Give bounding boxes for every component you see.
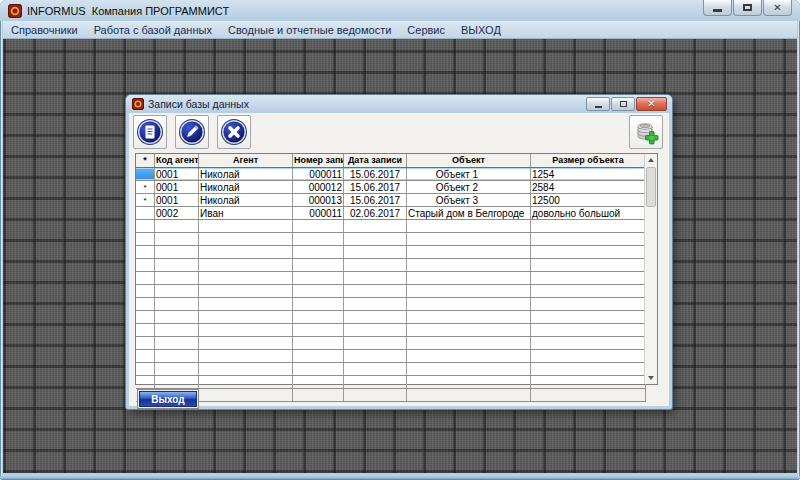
grid-empty-row xyxy=(136,285,646,298)
column-header-5[interactable]: Объект xyxy=(407,154,531,168)
records-grid[interactable]: *Код агентаАгентНомер записиДата записиО… xyxy=(135,153,658,385)
minimize-icon xyxy=(713,9,722,12)
records-window-titlebar[interactable]: Записи базы данных ✕ xyxy=(126,95,672,113)
desktop: INFORMUS Компания ПРОГРАММИСТ ✕ Справочн… xyxy=(0,0,800,480)
maximize-icon xyxy=(743,4,752,11)
grid-empty-row xyxy=(136,350,646,363)
records-window-controls: ✕ xyxy=(585,97,667,111)
grid-empty-row xyxy=(136,246,646,259)
main-titlebar[interactable]: INFORMUS Компания ПРОГРАММИСТ ✕ xyxy=(0,0,800,21)
grid-empty-row xyxy=(136,376,646,389)
exit-button[interactable]: Выход xyxy=(137,389,199,409)
close-icon: ✕ xyxy=(773,3,781,13)
column-header-3[interactable]: Номер записи xyxy=(293,154,344,168)
grid-row[interactable]: *0001Николай00001315.06.2017 Объект 3125… xyxy=(136,194,646,207)
grid-empty-row xyxy=(136,220,646,233)
grid-row[interactable]: 0001Николай00001115.06.2017 Объект 11254 xyxy=(136,168,646,181)
records-window-title: Записи базы данных xyxy=(148,98,249,110)
close-button[interactable]: ✕ xyxy=(763,0,792,16)
grid-empty-row xyxy=(136,233,646,246)
records-close-button[interactable]: ✕ xyxy=(636,97,667,111)
new-record-button[interactable] xyxy=(133,115,167,149)
delete-record-button[interactable] xyxy=(217,115,251,149)
menu-item-servis[interactable]: Сервис xyxy=(399,22,453,38)
records-window-client: *Код агентаАгентНомер записиДата записиО… xyxy=(129,113,669,406)
exit-button-label: Выход xyxy=(139,391,197,407)
scroll-up-button[interactable] xyxy=(645,154,657,166)
menu-bar: Справочники Работа с базой данных Сводны… xyxy=(3,21,797,39)
grid-row[interactable]: *0001Николай00001215.06.2017 Объект 2258… xyxy=(136,181,646,194)
window-title: INFORMUS Компания ПРОГРАММИСТ xyxy=(27,5,229,17)
records-window-icon xyxy=(132,98,144,110)
grid-empty-row xyxy=(136,272,646,285)
app-logo-icon xyxy=(8,4,22,18)
maximize-icon xyxy=(620,101,627,107)
maximize-button[interactable] xyxy=(733,0,762,16)
records-maximize-button[interactable] xyxy=(611,97,635,111)
grid-body: 0001Николай00001115.06.2017 Объект 11254… xyxy=(136,168,646,402)
grid-empty-row xyxy=(136,337,646,350)
records-minimize-button[interactable] xyxy=(586,97,610,111)
document-icon xyxy=(136,118,164,146)
grid-empty-row xyxy=(136,259,646,272)
column-header-2[interactable]: Агент xyxy=(199,154,293,168)
menu-item-rabota-s-bazoy[interactable]: Работа с базой данных xyxy=(86,22,220,38)
grid-empty-row xyxy=(136,363,646,376)
column-header-6[interactable]: Размер объекта xyxy=(531,154,646,168)
column-header-0[interactable]: * xyxy=(136,154,155,168)
grid-header-row: *Код агентаАгентНомер записиДата записиО… xyxy=(136,154,646,168)
minimize-button[interactable] xyxy=(703,0,732,16)
grid-empty-row xyxy=(136,389,646,402)
scroll-down-button[interactable] xyxy=(645,372,657,384)
grid-row[interactable]: 0002Иван00001102.06.2017Старый дом в Бел… xyxy=(136,207,646,220)
menu-item-spravochniki[interactable]: Справочники xyxy=(3,22,86,38)
database-add-button[interactable] xyxy=(629,115,663,149)
grid-empty-row xyxy=(136,311,646,324)
minimize-icon xyxy=(595,106,602,108)
menu-item-vyhod[interactable]: ВЫХОД xyxy=(453,22,509,38)
column-header-4[interactable]: Дата записи xyxy=(344,154,407,168)
menu-item-svodnye-vedomosti[interactable]: Сводные и отчетные ведомости xyxy=(220,22,399,38)
column-header-1[interactable]: Код агента xyxy=(155,154,199,168)
scrollbar-thumb[interactable] xyxy=(646,167,656,207)
delete-x-icon xyxy=(220,118,248,146)
grid-empty-row xyxy=(136,324,646,337)
mdi-client-area: Записи базы данных ✕ xyxy=(3,39,797,473)
main-window: INFORMUS Компания ПРОГРАММИСТ ✕ Справочн… xyxy=(0,0,800,480)
edit-record-button[interactable] xyxy=(175,115,209,149)
grid-empty-row xyxy=(136,298,646,311)
grid-vscrollbar[interactable] xyxy=(644,154,657,384)
records-window: Записи базы данных ✕ xyxy=(126,95,672,409)
arrow-up-icon xyxy=(648,158,654,162)
window-bottom-border xyxy=(0,476,800,480)
close-icon: ✕ xyxy=(647,99,655,109)
database-plus-icon xyxy=(632,118,660,146)
arrow-down-icon xyxy=(648,376,654,380)
records-table: *Код агентаАгентНомер записиДата записиО… xyxy=(136,154,646,402)
window-controls: ✕ xyxy=(702,0,792,16)
pencil-icon xyxy=(178,118,206,146)
